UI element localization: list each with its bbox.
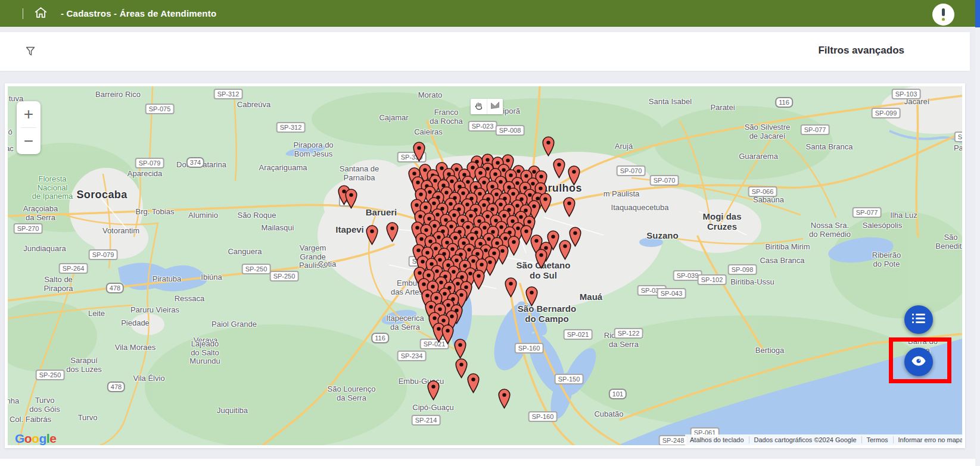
- page-footer-strip: [0, 459, 975, 466]
- hand-icon: [474, 101, 483, 112]
- map-pin[interactable]: [525, 286, 538, 309]
- attribution-link[interactable]: Termos: [861, 436, 893, 443]
- map-pin[interactable]: [498, 389, 511, 411]
- home-button[interactable]: [33, 7, 48, 21]
- header-bar: - Cadastros - Áreas de Atendimento: [0, 0, 975, 27]
- list-icon: [912, 313, 925, 326]
- map-pin[interactable]: [542, 136, 555, 159]
- map-pin[interactable]: [455, 358, 468, 381]
- map-pin[interactable]: [553, 158, 565, 181]
- attribution-link[interactable]: Atalhos do teclado: [685, 436, 749, 443]
- page-scrollbar[interactable]: [975, 0, 980, 466]
- google-logo-letter: o: [32, 431, 39, 445]
- google-logo-letter: e: [49, 431, 56, 445]
- map-pin[interactable]: [568, 165, 580, 188]
- map-pin[interactable]: [345, 189, 357, 211]
- map-pin[interactable]: [467, 373, 480, 396]
- visibility-fab-button[interactable]: [904, 348, 933, 376]
- google-logo-letter: g: [39, 431, 46, 445]
- polygon-tool-button[interactable]: [487, 99, 503, 114]
- map-drawing-toolbar: [471, 99, 503, 114]
- advanced-filters-button[interactable]: Filtros avançados: [818, 45, 904, 57]
- google-logo-letter: o: [24, 431, 32, 445]
- home-icon: [35, 7, 47, 21]
- header-divider: [23, 8, 23, 19]
- eye-icon: [911, 356, 926, 368]
- polygon-icon: [490, 101, 500, 112]
- map-canvas[interactable]: tuvaóacinhaBarreiro RicoCabreúvaMoratoFr…: [8, 86, 962, 445]
- filter-bar: Filtros avançados: [0, 32, 970, 71]
- exclamation-icon: [942, 8, 945, 21]
- map-pin[interactable]: [386, 222, 399, 245]
- map-pin[interactable]: [508, 236, 520, 258]
- attribution-link[interactable]: Dados cartográficos ©2024 Google: [749, 436, 861, 443]
- map-pin[interactable]: [441, 324, 454, 347]
- map-zoom-control: + −: [17, 101, 41, 154]
- map-pin[interactable]: [505, 277, 517, 300]
- zoom-in-button[interactable]: +: [17, 101, 41, 127]
- alert-button[interactable]: [932, 4, 954, 26]
- map-pin[interactable]: [535, 249, 547, 271]
- map-attribution: Atalhos do tecladoDados cartográficos ©2…: [685, 434, 962, 445]
- map-pin[interactable]: [427, 380, 440, 403]
- pan-tool-button[interactable]: [471, 99, 487, 114]
- breadcrumb: - Cadastros - Áreas de Atendimento: [61, 8, 216, 18]
- map-pin[interactable]: [559, 240, 571, 262]
- attribution-link[interactable]: Informar erro no mapa: [893, 436, 962, 443]
- funnel-icon[interactable]: [25, 46, 37, 58]
- map-pin[interactable]: [413, 142, 425, 164]
- map-pin[interactable]: [539, 193, 552, 215]
- map-pin[interactable]: [472, 270, 485, 292]
- list-fab-button[interactable]: [904, 305, 933, 334]
- map-card: tuvaóacinhaBarreiro RicoCabreúvaMoratoFr…: [5, 83, 965, 448]
- google-logo-letter: G: [15, 431, 24, 445]
- scrollbar-thumb[interactable]: [975, 0, 980, 27]
- zoom-out-button[interactable]: −: [17, 128, 41, 154]
- map-pin[interactable]: [366, 225, 378, 248]
- map-pin[interactable]: [563, 197, 575, 220]
- google-logo[interactable]: Google: [15, 431, 56, 445]
